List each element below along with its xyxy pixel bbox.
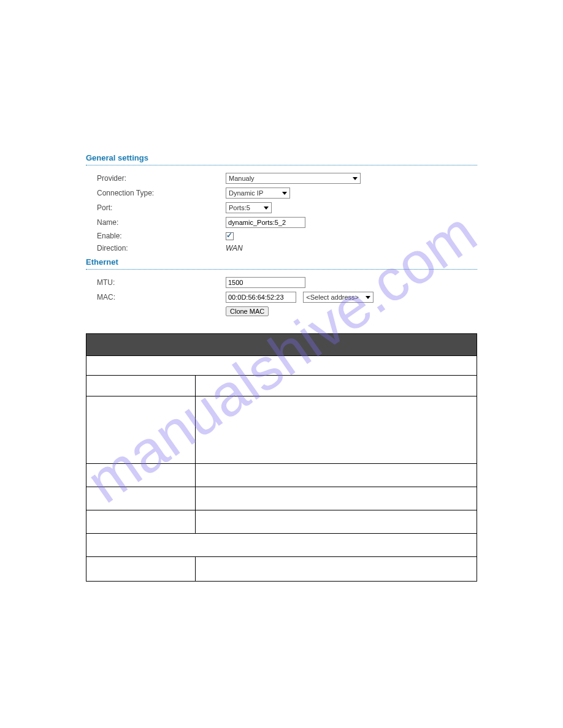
section-ethernet-title: Ethernet <box>86 257 477 270</box>
input-mtu[interactable] <box>226 277 305 288</box>
ethernet-form: MTU: MAC: <Select address> Clone MAC <box>86 277 477 316</box>
value-direction: WAN <box>226 244 243 252</box>
general-form: Provider: Manualy Connection Type: Dynam… <box>86 173 477 252</box>
label-enable: Enable: <box>97 232 226 240</box>
checkbox-enable[interactable] <box>226 232 234 240</box>
table-cell-desc <box>196 557 477 582</box>
label-connection-type: Connection Type: <box>97 189 226 197</box>
row-mtu: MTU: <box>97 277 477 288</box>
table-row <box>86 487 477 510</box>
select-provider[interactable]: Manualy <box>226 173 361 184</box>
table-cell-desc <box>196 487 477 510</box>
table-row <box>86 356 477 376</box>
table-row <box>86 464 477 487</box>
table-row <box>86 376 477 396</box>
input-name[interactable] <box>226 217 305 228</box>
table-cell-param <box>86 487 196 510</box>
row-port: Port: Ports:5 <box>97 202 477 213</box>
table-row <box>86 396 477 464</box>
input-mac[interactable] <box>226 292 296 303</box>
row-direction: Direction: WAN <box>97 244 477 252</box>
table-row <box>86 557 477 582</box>
label-name: Name: <box>97 218 226 227</box>
table-col-header-param <box>86 376 196 396</box>
table-section-cell <box>86 534 477 557</box>
table-header-cell <box>86 334 477 356</box>
parameter-table-wrap <box>86 333 477 582</box>
parameter-table <box>86 333 477 582</box>
section-general-title: General settings <box>86 153 477 165</box>
label-direction: Direction: <box>97 244 226 252</box>
table-cell-desc <box>196 510 477 534</box>
clone-mac-button[interactable]: Clone MAC <box>226 306 269 316</box>
row-mac: MAC: <Select address> <box>97 292 477 303</box>
select-port[interactable]: Ports:5 <box>226 202 272 213</box>
table-cell-desc <box>196 396 477 464</box>
table-cell-param <box>86 510 196 534</box>
row-enable: Enable: <box>97 232 477 240</box>
label-port: Port: <box>97 203 226 212</box>
select-mac-address[interactable]: <Select address> <box>303 292 373 303</box>
table-header-row <box>86 334 477 356</box>
row-name: Name: <box>97 217 477 228</box>
table-caption-cell <box>86 356 477 376</box>
label-mtu: MTU: <box>97 278 226 287</box>
label-mac: MAC: <box>97 293 226 301</box>
table-cell-param <box>86 464 196 487</box>
row-clone-mac: Clone MAC <box>97 306 477 316</box>
table-row <box>86 534 477 557</box>
table-cell-param <box>86 396 196 464</box>
table-cell-desc <box>196 464 477 487</box>
label-provider: Provider: <box>97 174 226 183</box>
table-row <box>86 510 477 534</box>
table-col-header-desc <box>196 376 477 396</box>
select-connection-type[interactable]: Dynamic IP <box>226 188 290 199</box>
row-connection-type: Connection Type: Dynamic IP <box>97 188 477 199</box>
table-cell-param <box>86 557 196 582</box>
page-content: General settings Provider: Manualy Conne… <box>0 0 563 643</box>
row-provider: Provider: Manualy <box>97 173 477 184</box>
